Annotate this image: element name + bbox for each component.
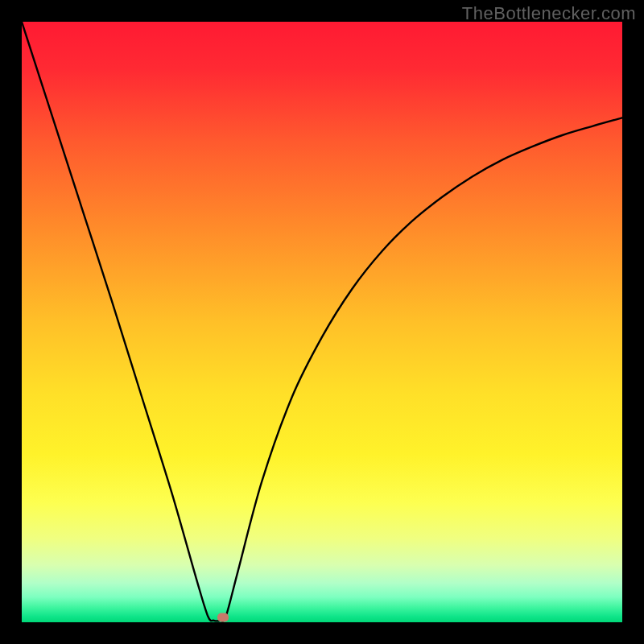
plot-area (22, 22, 622, 622)
watermark-text: TheBottlenecker.com (462, 3, 636, 24)
bottleneck-curve (22, 22, 622, 622)
chart-frame: TheBottlenecker.com (0, 0, 644, 644)
optimal-point-marker (217, 613, 229, 622)
